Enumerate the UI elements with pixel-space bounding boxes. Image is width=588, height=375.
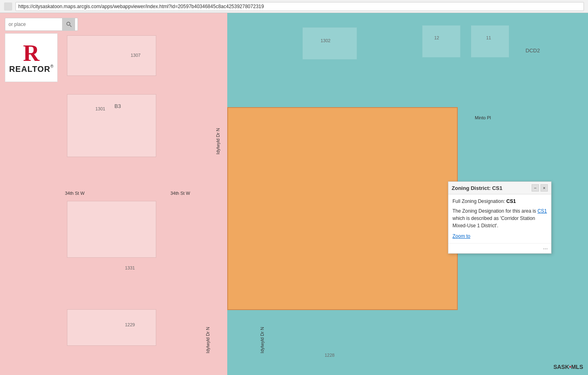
popup-body: Full Zoning Designation: CS1 The Zoning … xyxy=(448,194,551,243)
street-idylwyld-1: Idylwyld Dr N xyxy=(215,128,220,155)
popup-minimize-button[interactable]: − xyxy=(532,184,539,192)
realtor-logo: R REALTOR ® xyxy=(5,33,58,82)
prop-num-1301: 1301 xyxy=(95,106,105,111)
prop-num-1229: 1229 xyxy=(125,322,135,327)
property-block-1302[interactable] xyxy=(302,27,357,60)
popup-full-designation: Full Zoning Designation: CS1 xyxy=(452,198,547,204)
sask-text: SASK xyxy=(554,364,569,370)
mls-text: MLS xyxy=(571,364,583,370)
popup-zoom-link[interactable]: Zoom to xyxy=(452,233,470,239)
realtor-wordmark: REALTOR xyxy=(9,65,50,74)
search-icon xyxy=(66,22,72,27)
popup-controls[interactable]: − × xyxy=(532,184,548,192)
prop-num-1307: 1307 xyxy=(131,53,140,58)
search-input[interactable] xyxy=(5,22,62,27)
search-button[interactable] xyxy=(62,18,75,30)
zone-cs1[interactable] xyxy=(227,107,458,310)
property-block-1307[interactable] xyxy=(67,35,156,76)
popup-footer-row: Zoom to xyxy=(452,233,547,239)
popup-footer: ··· xyxy=(448,243,551,253)
popup-close-button[interactable]: × xyxy=(541,184,548,192)
svg-line-1 xyxy=(70,25,71,27)
browser-favicon xyxy=(4,2,12,11)
popup-cs1-link[interactable]: CS1 xyxy=(537,208,547,214)
property-block-1331[interactable] xyxy=(67,201,156,258)
popup-more-button[interactable]: ··· xyxy=(543,245,548,252)
prop-num-11: 11 xyxy=(486,35,491,40)
property-block-12[interactable] xyxy=(422,25,461,58)
property-block-1301[interactable] xyxy=(67,94,156,157)
property-block-11[interactable] xyxy=(471,25,509,58)
popup-header: Zoning District: CS1 − × xyxy=(448,182,551,194)
zone-label-dcd2: DCD2 xyxy=(526,47,540,54)
street-34th-st-w-left: 34th St W xyxy=(65,191,84,196)
popup-full-designation-value: CS1 xyxy=(506,198,516,204)
street-minto-pl-right: Minto Pl xyxy=(475,115,491,120)
popup-desc-suffix: which is described as 'Corridor Station … xyxy=(452,216,535,228)
property-block-1229[interactable] xyxy=(67,309,156,346)
map-container[interactable]: B3 CS1 DCD2 Minto Pl Minto Pl 34th St W … xyxy=(0,13,588,375)
realtor-registered: ® xyxy=(50,65,53,69)
popup-desc-prefix: The Zoning Designation for this area is xyxy=(452,208,536,214)
url-text: https://citysaskatoon.maps.arcgis.com/ap… xyxy=(18,4,264,9)
zone-label-b3: B3 xyxy=(114,103,121,109)
search-bar[interactable] xyxy=(5,18,78,31)
browser-bar: https://citysaskatoon.maps.arcgis.com/ap… xyxy=(0,0,588,13)
sask-mls-logo: SASK•MLS xyxy=(554,364,583,370)
street-34th-st-w-right: 34th St W xyxy=(170,191,190,196)
prop-num-1331: 1331 xyxy=(125,265,135,270)
street-idylwyld-2: Idylwyld Dr N xyxy=(205,327,210,353)
url-bar[interactable]: https://citysaskatoon.maps.arcgis.com/ap… xyxy=(15,2,584,11)
realtor-r-letter: R xyxy=(23,42,39,65)
popup-description: The Zoning Designation for this area is … xyxy=(452,207,547,229)
prop-num-1228: 1228 xyxy=(325,353,334,358)
popup-full-designation-label: Full Zoning Designation: xyxy=(452,198,505,204)
popup-title: Zoning District: CS1 xyxy=(452,185,502,191)
street-idylwyld-4: Idylwyld Dr N xyxy=(260,327,265,353)
zoning-popup: Zoning District: CS1 − × Full Zoning Des… xyxy=(448,181,551,254)
svg-point-0 xyxy=(67,22,70,26)
prop-num-12: 12 xyxy=(434,35,439,40)
prop-num-1302: 1302 xyxy=(321,38,330,43)
